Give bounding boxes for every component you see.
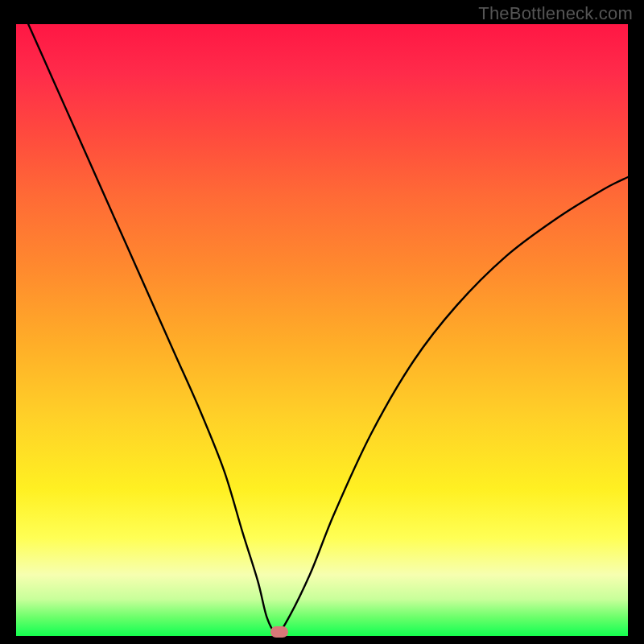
chart-plot-area <box>16 24 628 636</box>
background-gradient <box>16 24 628 636</box>
attribution-text: TheBottleneck.com <box>478 3 633 24</box>
